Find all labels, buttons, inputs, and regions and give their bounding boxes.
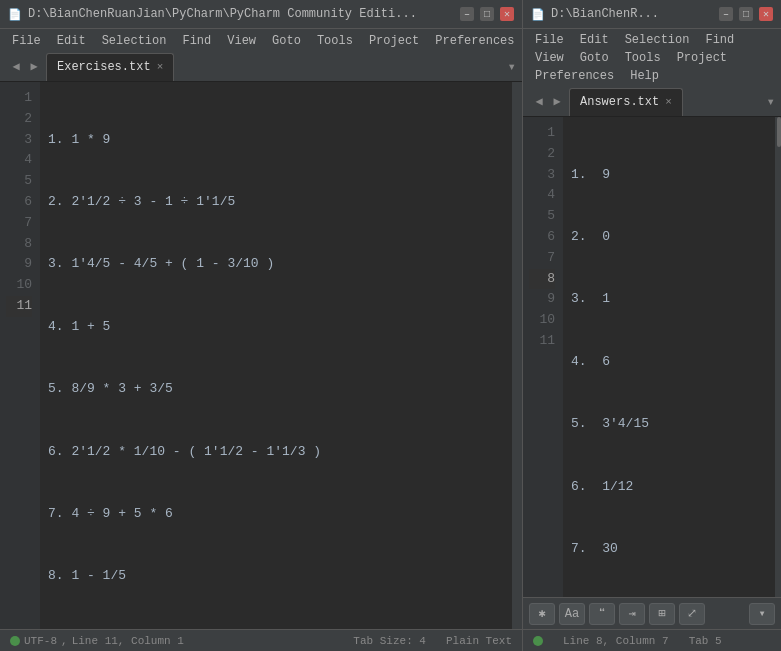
left-menu-selection[interactable]: Selection (94, 32, 175, 50)
left-nav-right[interactable]: ▶ (26, 57, 42, 77)
left-nav-left[interactable]: ◀ (8, 57, 24, 77)
right-line-num-5: 5 (529, 206, 555, 227)
left-status-tabsize: Tab Size: 4 (353, 635, 426, 647)
right-code-line-4: 4. 6 (571, 352, 767, 373)
right-vertical-scrollbar[interactable] (775, 117, 781, 597)
line-num-3: 3 (6, 130, 32, 151)
right-scrollbar-thumb[interactable] (777, 117, 781, 147)
right-line-num-3: 3 (529, 165, 555, 186)
line-num-6: 6 (6, 192, 32, 213)
left-code-line-5: 5. 8/9 * 3 + 3/5 (48, 379, 504, 400)
line-num-1: 1 (6, 88, 32, 109)
right-close-button[interactable]: ✕ (759, 7, 773, 21)
left-title-bar: 📄 D:\BianChenRuanJian\PyCharm\PyCharm Co… (0, 0, 522, 28)
left-code-line-4: 4. 1 + 5 (48, 317, 504, 338)
toolbar-aa-button[interactable]: Aa (559, 603, 585, 625)
line-num-8: 8 (6, 234, 32, 255)
right-line-num-1: 1 (529, 123, 555, 144)
right-menu-tools[interactable]: Tools (617, 49, 669, 67)
left-code-line-6: 6. 2'1/2 * 1/10 - ( 1'1/2 - 1'1/3 ) (48, 442, 504, 463)
left-tab-close[interactable]: × (157, 61, 164, 73)
right-editor-content: 1 2 3 4 5 6 7 8 9 10 11 1. 9 2. 0 3. 1 (523, 117, 781, 597)
left-menu-bar: File Edit Selection Find View Goto Tools… (0, 28, 522, 52)
right-maximize-button[interactable]: □ (739, 7, 753, 21)
left-minimize-button[interactable]: – (460, 7, 474, 21)
left-status-indicator (10, 636, 20, 646)
left-tab-exercises[interactable]: Exercises.txt × (46, 53, 174, 81)
line-num-11: 11 (6, 296, 32, 317)
toolbar-wrap-button[interactable]: ⊞ (649, 603, 675, 625)
left-menu-find[interactable]: Find (174, 32, 219, 50)
left-code-line-3: 3. 1'4/5 - 4/5 + ( 1 - 3/10 ) (48, 254, 504, 275)
left-close-button[interactable]: ✕ (500, 7, 514, 21)
right-line-num-9: 9 (529, 289, 555, 310)
toolbar-scroll-button[interactable]: ▾ (749, 603, 775, 625)
line-num-4: 4 (6, 150, 32, 171)
right-menu-bar: File Edit Selection Find View Goto Tools… (523, 28, 781, 87)
right-line-numbers: 1 2 3 4 5 6 7 8 9 10 11 (523, 117, 563, 597)
line-num-7: 7 (6, 213, 32, 234)
right-menu-view[interactable]: View (527, 49, 572, 67)
left-status-bar: UTF-8 , Line 11, Column 1 Tab Size: 4 Pl… (0, 629, 522, 651)
right-minimize-button[interactable]: – (719, 7, 733, 21)
line-num-9: 9 (6, 254, 32, 275)
left-menu-project[interactable]: Project (361, 32, 427, 50)
right-code-line-2: 2. 0 (571, 227, 767, 248)
left-status-type: Plain Text (446, 635, 512, 647)
line-num-2: 2 (6, 109, 32, 130)
left-menu-tools[interactable]: Tools (309, 32, 361, 50)
toolbar-indent-button[interactable]: ⇥ (619, 603, 645, 625)
right-line-num-11: 11 (529, 331, 555, 352)
right-menu-help[interactable]: Help (622, 67, 667, 85)
left-menu-file[interactable]: File (4, 32, 49, 50)
right-line-num-6: 6 (529, 227, 555, 248)
right-tab-answers[interactable]: Answers.txt × (569, 88, 683, 116)
right-menu-preferences[interactable]: Preferences (527, 67, 622, 85)
left-status-separator1: , (61, 635, 68, 647)
right-code-area[interactable]: 1. 9 2. 0 3. 1 4. 6 5. 3'4/15 6. 1/12 7.… (563, 117, 775, 597)
right-code-line-7: 7. 30 (571, 539, 767, 560)
left-code-line-2: 2. 2'1/2 ÷ 3 - 1 ÷ 1'1/5 (48, 192, 504, 213)
left-code-line-1: 1. 1 * 9 (48, 130, 504, 151)
left-menu-edit[interactable]: Edit (49, 32, 94, 50)
right-nav-right[interactable]: ▶ (549, 92, 565, 112)
left-maximize-button[interactable]: □ (480, 7, 494, 21)
right-line-num-10: 10 (529, 310, 555, 331)
line-num-5: 5 (6, 171, 32, 192)
right-menu-project[interactable]: Project (669, 49, 735, 67)
right-tab-close[interactable]: × (665, 96, 672, 108)
right-code-line-5: 5. 3'4/15 (571, 414, 767, 435)
right-status-bar: Line 8, Column 7 Tab 5 (523, 629, 781, 651)
left-vertical-scrollbar[interactable] (512, 82, 522, 629)
toolbar-star-button[interactable]: ✱ (529, 603, 555, 625)
left-editor-content: 1 2 3 4 5 6 7 8 9 10 11 1. 1 * 9 2. 2'1/… (0, 82, 522, 629)
right-tab-scroll[interactable]: ▾ (761, 93, 781, 110)
left-tab-label: Exercises.txt (57, 60, 151, 74)
line-num-10: 10 (6, 275, 32, 296)
right-menu-edit[interactable]: Edit (572, 31, 617, 49)
right-menu-file[interactable]: File (527, 31, 572, 49)
right-line-num-7: 7 (529, 248, 555, 269)
left-tab-scroll[interactable]: ▾ (502, 58, 522, 75)
right-status-indicator (533, 636, 543, 646)
right-menu-find[interactable]: Find (697, 31, 742, 49)
left-tab-bar: ◀ ▶ Exercises.txt × ▾ (0, 52, 522, 82)
right-tab-label: Answers.txt (580, 95, 659, 109)
toolbar-expand-button[interactable]: ⤢ (679, 603, 705, 625)
left-menu-preferences[interactable]: Preferences (427, 32, 522, 50)
toolbar-quotes-button[interactable]: ❝ (589, 603, 615, 625)
left-menu-view[interactable]: View (219, 32, 264, 50)
right-status-position: Line 8, Column 7 (563, 635, 669, 647)
left-code-area[interactable]: 1. 1 * 9 2. 2'1/2 ÷ 3 - 1 ÷ 1'1/5 3. 1'4… (40, 82, 512, 629)
left-menu-goto[interactable]: Goto (264, 32, 309, 50)
right-tab-bar: ◀ ▶ Answers.txt × ▾ (523, 87, 781, 117)
right-line-num-2: 2 (529, 144, 555, 165)
left-window-title: D:\BianChenRuanJian\PyCharm\PyCharm Comm… (28, 7, 460, 21)
right-nav-left[interactable]: ◀ (531, 92, 547, 112)
right-code-line-6: 6. 1/12 (571, 477, 767, 498)
right-menu-goto[interactable]: Goto (572, 49, 617, 67)
left-line-numbers: 1 2 3 4 5 6 7 8 9 10 11 (0, 82, 40, 629)
left-code-line-7: 7. 4 ÷ 9 + 5 * 6 (48, 504, 504, 525)
left-code-line-8: 8. 1 - 1/5 (48, 566, 504, 587)
right-menu-selection[interactable]: Selection (617, 31, 698, 49)
